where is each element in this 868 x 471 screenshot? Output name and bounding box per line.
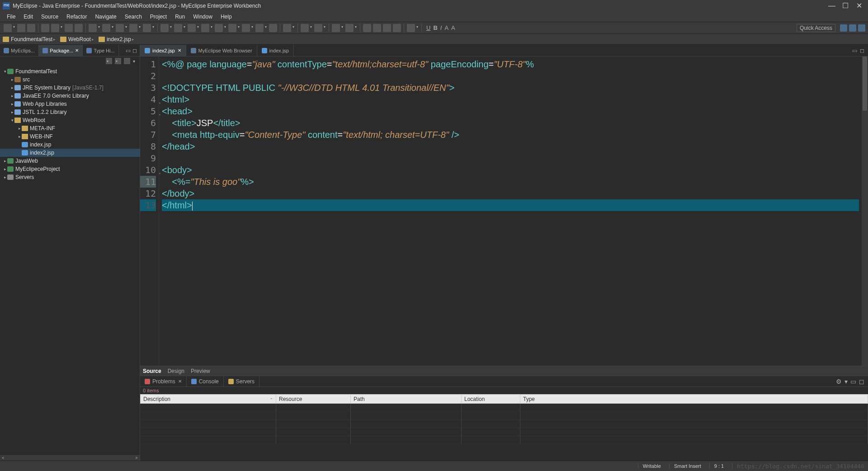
- new-wizard-button[interactable]: [160, 24, 169, 32]
- bottom-maximize-button[interactable]: ◻: [859, 378, 864, 385]
- close-window-button[interactable]: ✕: [856, 3, 862, 9]
- column-header[interactable]: Type: [520, 395, 868, 404]
- coverage-button[interactable]: [143, 24, 151, 32]
- table-row[interactable]: [141, 420, 868, 428]
- menu-search[interactable]: Search: [121, 12, 146, 21]
- sort-icon[interactable]: ⌄: [270, 396, 273, 400]
- bottom-tab-problems[interactable]: Problems✕: [140, 376, 187, 386]
- tree-node[interactable]: ▸JRE System Library[JavaSE-1.7]: [0, 84, 140, 92]
- font-small-button[interactable]: A: [444, 24, 448, 31]
- scroll-left-button[interactable]: <: [0, 456, 6, 460]
- tree-twisty-icon[interactable]: ▸: [10, 85, 14, 90]
- new-package-button[interactable]: [188, 24, 196, 32]
- package-explorer-tree[interactable]: ▾FoundmentalTest▸src▸JRE System Library[…: [0, 66, 140, 454]
- code-line[interactable]: <meta http-equiv="Content-Type" content=…: [162, 129, 859, 141]
- editor-mode-design[interactable]: Design: [168, 368, 184, 374]
- code-line[interactable]: <head>: [162, 105, 859, 117]
- column-header[interactable]: Resource: [276, 395, 351, 404]
- line-number[interactable]: 3: [140, 82, 156, 94]
- tree-node[interactable]: ▸META-INF: [0, 124, 140, 132]
- editor-tab[interactable]: MyEclipse Web Browser: [186, 45, 257, 56]
- tree-twisty-icon[interactable]: ▸: [17, 126, 22, 131]
- bold-button[interactable]: B: [433, 24, 437, 31]
- code-line[interactable]: </head>: [162, 141, 859, 152]
- tool4-button[interactable]: [393, 24, 401, 32]
- tree-twisty-icon[interactable]: ▸: [3, 167, 7, 171]
- scroll-right-button[interactable]: >: [133, 456, 140, 460]
- tree-twisty-icon[interactable]: ▸: [17, 134, 22, 139]
- tree-node[interactable]: ▸JavaWeb: [0, 157, 140, 165]
- browser-button[interactable]: [65, 24, 73, 32]
- tree-twisty-icon[interactable]: ▾: [3, 69, 7, 74]
- column-header[interactable]: Description⌄: [141, 395, 276, 404]
- tree-twisty-icon[interactable]: ▸: [10, 110, 14, 114]
- breadcrumb-item[interactable]: FoundmentalTest▸: [3, 36, 56, 42]
- save-all-button[interactable]: [27, 24, 35, 32]
- menu-help[interactable]: Help: [217, 12, 236, 21]
- code-line[interactable]: </body>: [162, 188, 859, 199]
- table-row[interactable]: [141, 412, 868, 420]
- code-line[interactable]: [162, 152, 859, 164]
- code-line[interactable]: <%@ page language="java" contentType="te…: [162, 58, 859, 70]
- editor-tab[interactable]: index.jsp: [257, 45, 294, 56]
- horizontal-scrollbar[interactable]: < >: [0, 454, 140, 461]
- code-line[interactable]: <%="This is goo"%>: [162, 176, 859, 188]
- explorer-tab[interactable]: Package...✕: [39, 45, 83, 56]
- line-number[interactable]: 6: [140, 117, 156, 129]
- menu-project[interactable]: Project: [146, 12, 171, 21]
- bottom-tab-console[interactable]: Console: [187, 376, 224, 386]
- new-xml-button[interactable]: [242, 24, 250, 32]
- code-line[interactable]: </html>: [162, 199, 859, 211]
- menu-window[interactable]: Window: [189, 12, 217, 21]
- debug-button[interactable]: [102, 24, 110, 32]
- line-number[interactable]: 5▪: [140, 105, 156, 117]
- editor-maximize-button[interactable]: ◻: [860, 47, 864, 54]
- code-line[interactable]: [162, 70, 859, 82]
- breadcrumb-item[interactable]: WebRoot▸: [60, 36, 94, 42]
- save-button[interactable]: [17, 24, 25, 32]
- deploy-button[interactable]: [51, 24, 59, 32]
- line-number[interactable]: 4▪: [140, 94, 156, 105]
- tool3-button[interactable]: [383, 24, 391, 32]
- view-menu-button[interactable]: ⚙: [836, 378, 842, 385]
- close-icon[interactable]: ✕: [75, 48, 79, 53]
- tree-node[interactable]: ▾WebRoot: [0, 116, 140, 124]
- tree-node[interactable]: index2.jsp: [0, 149, 140, 157]
- menu-file[interactable]: File: [3, 12, 19, 21]
- bottom-tab-servers[interactable]: Servers: [224, 376, 259, 386]
- table-row[interactable]: [141, 428, 868, 436]
- code-line[interactable]: <html>: [162, 94, 859, 105]
- line-number-gutter[interactable]: 1234▪5▪678910▪111213: [140, 57, 159, 366]
- run-last-button[interactable]: [129, 24, 137, 32]
- editor-mode-source[interactable]: Source: [143, 368, 161, 374]
- perspective-button-2[interactable]: [849, 24, 856, 32]
- tree-twisty-icon[interactable]: ▸: [3, 159, 7, 163]
- menu-edit[interactable]: Edit: [19, 12, 37, 21]
- view-maximize-button[interactable]: ◻: [132, 47, 137, 54]
- menu-run[interactable]: Run: [171, 12, 189, 21]
- line-number[interactable]: 10▪: [140, 164, 156, 176]
- tree-twisty-icon[interactable]: ▸: [10, 102, 14, 106]
- column-header[interactable]: Path: [351, 395, 462, 404]
- tree-node[interactable]: ▾FoundmentalTest: [0, 67, 140, 75]
- editor-minimize-button[interactable]: ▭: [852, 47, 857, 54]
- breadcrumb-item[interactable]: index2.jsp▸: [99, 36, 134, 42]
- prev-annotation-button[interactable]: [301, 24, 309, 32]
- next-annotation-button[interactable]: [314, 24, 322, 32]
- filter-button[interactable]: [124, 58, 130, 64]
- tree-twisty-icon[interactable]: ▸: [3, 175, 7, 179]
- tree-node[interactable]: ▸JavaEE 7.0 Generic Library: [0, 92, 140, 100]
- link-editor-button[interactable]: [106, 58, 112, 64]
- build-button[interactable]: [89, 24, 97, 32]
- menu-source[interactable]: Source: [37, 12, 62, 21]
- new-button[interactable]: [4, 24, 12, 32]
- problems-table[interactable]: Description⌄ResourcePathLocationType: [140, 394, 868, 461]
- run-button[interactable]: [116, 24, 124, 32]
- tree-twisty-icon[interactable]: ▸: [10, 94, 14, 98]
- code-line[interactable]: <!DOCTYPE HTML PUBLIC "-//W3C//DTD HTML …: [162, 82, 859, 94]
- vertical-scrollbar[interactable]: [862, 57, 868, 366]
- table-row[interactable]: [141, 404, 868, 412]
- new-other-button[interactable]: [255, 24, 264, 32]
- search-button[interactable]: [283, 24, 291, 32]
- view-minimize-button[interactable]: ▭: [126, 47, 131, 54]
